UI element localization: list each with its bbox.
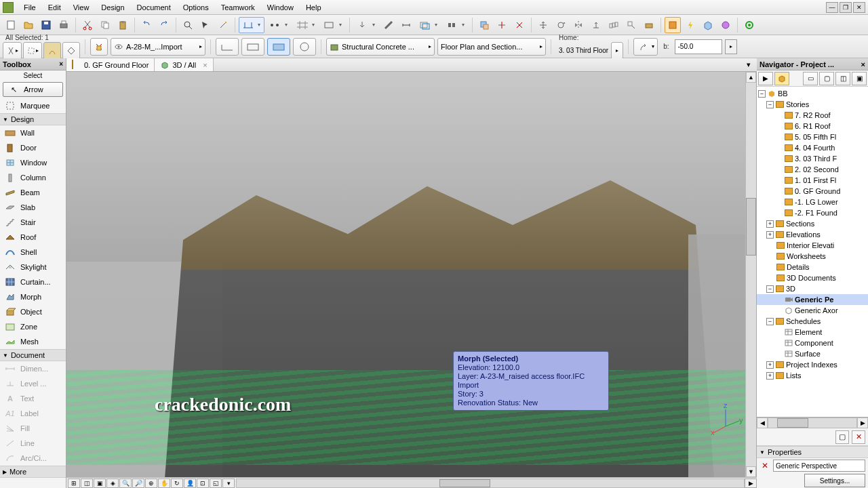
print-button[interactable]	[56, 17, 72, 33]
settings-button[interactable]: Settings...	[804, 474, 865, 487]
dimension-tool[interactable]: Dimen...	[0, 361, 66, 376]
multiply-button[interactable]	[606, 17, 622, 33]
view-btn-7[interactable]: ⊕	[145, 479, 157, 488]
trim-button[interactable]	[494, 17, 510, 33]
perspective-name-input[interactable]	[773, 460, 865, 472]
rotate-button[interactable]	[553, 17, 569, 33]
material-dropdown[interactable]: Structural Concrete ...▸	[326, 38, 435, 56]
suspend-button[interactable]: ▾	[443, 17, 469, 33]
window-minimize[interactable]: —	[826, 2, 838, 13]
find-select-button[interactable]	[180, 17, 196, 33]
resize-button[interactable]	[623, 17, 639, 33]
hscroll-right[interactable]: ▶	[745, 479, 757, 488]
snap-points-button[interactable]: ▾	[266, 17, 292, 33]
more-infobox-button[interactable]: ▸	[725, 39, 737, 54]
wall-tool[interactable]: Wall	[0, 125, 66, 140]
curtain-wall-tool[interactable]: Curtain...	[0, 274, 66, 289]
column-tool[interactable]: Column	[0, 170, 66, 185]
navigator-hscroll[interactable]: ◀▶	[757, 418, 868, 428]
window-tool[interactable]: Window	[0, 155, 66, 170]
arc-tool[interactable]: Arc/Ci...	[0, 451, 66, 466]
element-snap-button[interactable]: ▾	[320, 17, 346, 33]
elevation-icon[interactable]: ▾	[633, 38, 658, 56]
view-btn-9[interactable]: ↻	[171, 479, 183, 488]
drag-button[interactable]	[535, 17, 551, 33]
geometry-method-1[interactable]	[216, 38, 239, 56]
tab-close[interactable]: ×	[203, 61, 207, 69]
b-value-input[interactable]	[675, 39, 722, 54]
menu-window[interactable]: Window	[261, 1, 300, 14]
view-btn-2[interactable]: ◫	[81, 479, 93, 488]
door-tool[interactable]: Door	[0, 140, 66, 155]
nav-btn-4[interactable]: ▣	[852, 72, 867, 85]
view-btn-11[interactable]: ⊡	[197, 479, 209, 488]
view-btn-12[interactable]: ◱	[210, 479, 222, 488]
beam-tool[interactable]: Beam	[0, 185, 66, 200]
cut-button[interactable]	[79, 17, 96, 33]
view-btn-10[interactable]: 👤	[184, 479, 196, 488]
geometry-method-2[interactable]	[241, 38, 264, 56]
geometry-method-3[interactable]	[267, 38, 290, 56]
navigator-close[interactable]: ×	[861, 60, 865, 68]
arrow-tool[interactable]: ↖Arrow	[3, 82, 63, 97]
axis-gizmo[interactable]: zyx	[709, 403, 743, 436]
elevate-button[interactable]	[588, 17, 604, 33]
plan-type-dropdown[interactable]: Floor Plan and Section...▸	[437, 38, 546, 56]
toolbox-close[interactable]: ×	[59, 60, 63, 68]
solid-ops-button[interactable]	[476, 17, 492, 33]
undo-button[interactable]	[138, 17, 155, 33]
navigator-tree[interactable]: −BB −Stories 7. R2 Roof 6. R1 Roof 5. 05…	[757, 87, 868, 418]
3d-viewport[interactable]: crackedonic.com Morph (Selected) Elevati…	[66, 72, 757, 477]
window-close[interactable]: ✕	[853, 2, 865, 13]
render-button[interactable]	[717, 17, 734, 33]
geometry-method-4[interactable]	[293, 38, 316, 56]
nav-btn-1[interactable]: ▭	[803, 72, 818, 85]
fill-tool[interactable]: Fill	[0, 421, 66, 436]
copy-button[interactable]	[97, 17, 113, 33]
align-button[interactable]	[641, 17, 657, 33]
menu-design[interactable]: Design	[95, 1, 130, 14]
nav-btn-2[interactable]: ▢	[819, 72, 834, 85]
pick-button[interactable]	[197, 17, 214, 33]
redo-button[interactable]	[156, 17, 172, 33]
morph-tool[interactable]: Morph	[0, 289, 66, 304]
menu-edit[interactable]: Edit	[42, 1, 67, 14]
view-btn-1[interactable]: ⊞	[68, 479, 80, 488]
ruler-button[interactable]	[380, 17, 397, 33]
menu-teamwork[interactable]: Teamwork	[215, 1, 261, 14]
properties-header[interactable]: ▼Properties	[757, 446, 868, 458]
view-btn-6[interactable]: 🔎	[132, 479, 144, 488]
more-group-header[interactable]: ▶More	[0, 466, 66, 478]
label-tool[interactable]: A1Label	[0, 406, 66, 421]
tab-ground-floor[interactable]: 0. GF Ground Floor	[66, 58, 155, 71]
shell-tool[interactable]: Shell	[0, 245, 66, 260]
tab-options[interactable]: ▾	[741, 58, 757, 71]
renovation-button[interactable]	[665, 17, 681, 33]
roof-tool[interactable]: Roof	[0, 230, 66, 245]
grid-snap-button[interactable]: ▾	[293, 17, 319, 33]
view-btn-5[interactable]: 🔍	[119, 479, 132, 488]
menu-view[interactable]: View	[67, 1, 96, 14]
info-favorites-button[interactable]	[62, 42, 80, 60]
open-file-button[interactable]	[20, 17, 37, 33]
split-button[interactable]	[511, 17, 528, 33]
text-tool[interactable]: AText	[0, 391, 66, 406]
viewport-hscroll[interactable]	[236, 479, 745, 488]
object-tool[interactable]: Object	[0, 304, 66, 319]
tab-3d-all[interactable]: 3D / All×	[155, 58, 213, 71]
view-btn-8[interactable]: ✋	[158, 479, 170, 488]
view-btn-3[interactable]: ▣	[94, 479, 106, 488]
info-selection-button[interactable]	[43, 42, 61, 60]
magic-wand-button[interactable]	[215, 17, 231, 33]
save-button[interactable]	[38, 17, 54, 33]
nav-delete-view[interactable]: ✕	[852, 430, 865, 444]
view-btn-13[interactable]: ▾	[222, 479, 235, 488]
trace-button[interactable]: ▾	[416, 17, 441, 33]
gravity-button[interactable]: ▾	[353, 17, 379, 33]
menu-file[interactable]: File	[18, 1, 42, 14]
skylight-tool[interactable]: Skylight	[0, 260, 66, 274]
zone-tool[interactable]: Zone	[0, 319, 66, 334]
layer-lock-button[interactable]	[90, 38, 108, 56]
snap-guides-button[interactable]: ▾	[239, 17, 264, 33]
view-btn-4[interactable]: ◈	[106, 479, 119, 488]
